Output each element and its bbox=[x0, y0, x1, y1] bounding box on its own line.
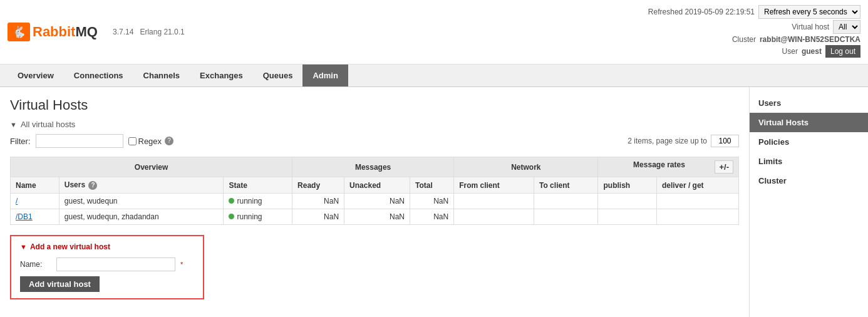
col-header-row: Name Users ? State Ready Unacked Total F… bbox=[11, 177, 739, 194]
group-network: Network bbox=[454, 157, 598, 177]
group-message-rates: Message rates +/- bbox=[598, 157, 739, 177]
cell-from-client bbox=[454, 194, 534, 209]
logout-button[interactable]: Log out bbox=[825, 45, 860, 58]
add-vhost-section-title[interactable]: ▼ Add a new virtual host bbox=[20, 242, 194, 251]
cell-unacked: NaN bbox=[344, 209, 410, 225]
cell-unacked: NaN bbox=[344, 194, 410, 209]
col-name: Name bbox=[11, 177, 59, 194]
version-label: 3.7.14 bbox=[113, 28, 133, 36]
add-vhost-section: ▼ Add a new virtual host Name: * Add vir… bbox=[10, 235, 204, 299]
cell-ready: NaN bbox=[292, 194, 344, 209]
filter-label: Filter: bbox=[10, 137, 31, 146]
section-header[interactable]: ▼ All virtual hosts bbox=[10, 120, 739, 129]
top-header: 🐇 RabbitMQ 3.7.14 Erlang 21.0.1 Refreshe… bbox=[0, 0, 868, 65]
cell-publish bbox=[598, 194, 656, 209]
cluster-row: Cluster rabbit@WIN-BN52SEDCTKA bbox=[648, 35, 860, 44]
sidebar-item-limits[interactable]: Limits bbox=[750, 152, 868, 171]
cell-total: NaN bbox=[410, 194, 454, 209]
logo-text: RabbitMQ bbox=[33, 24, 100, 40]
cell-to-client bbox=[534, 209, 598, 225]
name-form-row: Name: * bbox=[20, 257, 194, 271]
cell-deliver-get bbox=[656, 194, 738, 209]
nav-bar: Overview Connections Channels Exchanges … bbox=[0, 65, 868, 87]
nav-queues[interactable]: Queues bbox=[253, 65, 303, 86]
col-ready: Ready bbox=[292, 177, 344, 194]
cell-name[interactable]: /DB1 bbox=[11, 209, 59, 225]
regex-check: Regex ? bbox=[128, 137, 174, 146]
nav-channels[interactable]: Channels bbox=[133, 65, 190, 86]
regex-label: Regex bbox=[138, 137, 162, 146]
group-overview: Overview bbox=[11, 157, 292, 177]
items-count-label: 2 items, page size up to bbox=[628, 137, 707, 145]
regex-help-icon[interactable]: ? bbox=[165, 137, 173, 145]
vhost-table-body: / guest, wudequn running NaN NaN NaN /DB… bbox=[11, 194, 739, 225]
group-messages: Messages bbox=[292, 157, 454, 177]
col-total: Total bbox=[410, 177, 454, 194]
main-layout: Virtual Hosts ▼ All virtual hosts Filter… bbox=[0, 87, 868, 317]
refreshed-label: Refreshed 2019-05-09 22:19:51 bbox=[648, 8, 755, 16]
cell-to-client bbox=[534, 194, 598, 209]
items-info: 2 items, page size up to bbox=[628, 135, 739, 147]
sidebar-item-users[interactable]: Users bbox=[750, 93, 868, 113]
sidebar: Users Virtual Hosts Policies Limits Clus… bbox=[749, 87, 868, 317]
page-title: Virtual Hosts bbox=[10, 97, 739, 113]
version-info: 3.7.14 Erlang 21.0.1 bbox=[113, 28, 185, 36]
new-vhost-name-input[interactable] bbox=[56, 257, 175, 271]
add-virtual-host-button[interactable]: Add virtual host bbox=[20, 276, 100, 292]
erlang-label: Erlang 21.0.1 bbox=[140, 28, 184, 36]
cell-deliver-get bbox=[656, 209, 738, 225]
name-form-label: Name: bbox=[20, 260, 51, 269]
cell-total: NaN bbox=[410, 209, 454, 225]
filter-row: Filter: Regex ? 2 items, page size up to bbox=[10, 134, 739, 148]
cell-name[interactable]: / bbox=[11, 194, 59, 209]
nav-overview[interactable]: Overview bbox=[8, 65, 64, 86]
table-row[interactable]: / guest, wudequn running NaN NaN NaN bbox=[11, 194, 739, 209]
nav-connections[interactable]: Connections bbox=[64, 65, 133, 86]
logo-icon: 🐇 bbox=[8, 23, 30, 41]
col-publish: publish bbox=[598, 177, 656, 194]
users-help-icon[interactable]: ? bbox=[88, 181, 97, 190]
header-right: Refreshed 2019-05-09 22:19:51 Refresh ev… bbox=[648, 5, 860, 59]
cell-state: running bbox=[224, 194, 292, 209]
vhost-row: Virtual host All bbox=[648, 20, 860, 34]
cluster-value: rabbit@WIN-BN52SEDCTKA bbox=[760, 35, 860, 44]
col-unacked: Unacked bbox=[344, 177, 410, 194]
section-label: All virtual hosts bbox=[21, 120, 75, 129]
cluster-label: Cluster bbox=[732, 35, 756, 44]
nav-admin[interactable]: Admin bbox=[302, 65, 348, 86]
vhost-select[interactable]: All bbox=[833, 20, 860, 34]
sidebar-item-cluster[interactable]: Cluster bbox=[750, 171, 868, 190]
required-icon: * bbox=[180, 261, 183, 268]
logo: 🐇 RabbitMQ bbox=[8, 23, 100, 41]
col-to-client: To client bbox=[534, 177, 598, 194]
plus-minus-button[interactable]: +/- bbox=[715, 160, 733, 174]
cell-from-client bbox=[454, 209, 534, 225]
filter-input[interactable] bbox=[36, 134, 123, 148]
user-row: User guest Log out bbox=[648, 45, 860, 58]
cell-state: running bbox=[224, 209, 292, 225]
col-from-client: From client bbox=[454, 177, 534, 194]
section-arrow-icon: ▼ bbox=[10, 121, 17, 128]
user-label: User bbox=[782, 47, 798, 56]
nav-exchanges[interactable]: Exchanges bbox=[190, 65, 253, 86]
col-users: Users ? bbox=[59, 177, 224, 194]
sidebar-item-policies[interactable]: Policies bbox=[750, 132, 868, 152]
col-state: State bbox=[224, 177, 292, 194]
add-vhost-arrow-icon: ▼ bbox=[20, 243, 27, 251]
refresh-row: Refreshed 2019-05-09 22:19:51 Refresh ev… bbox=[648, 5, 860, 19]
content-area: Virtual Hosts ▼ All virtual hosts Filter… bbox=[0, 87, 749, 317]
virtual-hosts-table: Overview Messages Network Message rates … bbox=[10, 157, 739, 225]
cell-users: guest, wudequn, zhadandan bbox=[59, 209, 224, 225]
vhost-label: Virtual host bbox=[792, 23, 829, 31]
table-row[interactable]: /DB1 guest, wudequn, zhadandan running N… bbox=[11, 209, 739, 225]
sidebar-item-virtual-hosts[interactable]: Virtual Hosts bbox=[750, 113, 868, 132]
cell-users: guest, wudequn bbox=[59, 194, 224, 209]
user-value: guest bbox=[802, 47, 822, 56]
refresh-select[interactable]: Refresh every 5 seconds bbox=[758, 5, 860, 19]
col-deliver-get: deliver / get bbox=[656, 177, 738, 194]
group-header-row: Overview Messages Network Message rates … bbox=[11, 157, 739, 177]
page-size-input[interactable] bbox=[711, 135, 739, 147]
cell-ready: NaN bbox=[292, 209, 344, 225]
cell-publish bbox=[598, 209, 656, 225]
regex-checkbox[interactable] bbox=[128, 137, 137, 145]
